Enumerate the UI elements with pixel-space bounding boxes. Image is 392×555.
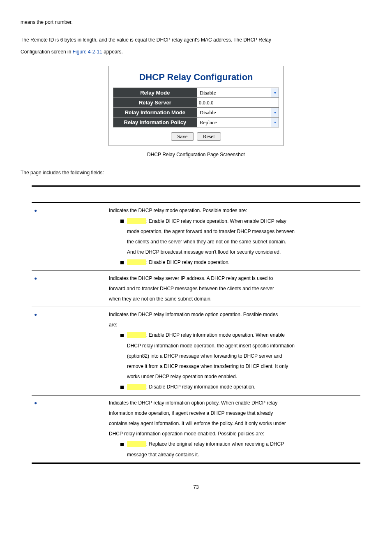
- highlight: [127, 441, 146, 447]
- save-button[interactable]: Save: [171, 132, 194, 141]
- desc-text: DHCP relay information mode operation, t…: [109, 341, 358, 351]
- square-bullet-icon: [120, 443, 124, 446]
- desc-relay-mode: Indicates the DHCP relay mode operation.…: [106, 203, 360, 271]
- relay-mode-value: Disable: [197, 88, 271, 97]
- highlight: [127, 259, 146, 265]
- desc-text: Indicates the DHCP relay server IP addre…: [109, 275, 273, 281]
- chevron-down-icon: ▾: [271, 118, 279, 127]
- highlight: [127, 218, 146, 224]
- panel-title: DHCP Relay Configuration: [113, 72, 279, 83]
- desc-relay-info-mode: Indicates the DHCP relay information mod…: [106, 307, 360, 395]
- reset-button[interactable]: Reset: [197, 132, 221, 141]
- bullet-icon: ●: [34, 275, 40, 281]
- desc-text: Indicates the DHCP relay information mod…: [109, 312, 278, 317]
- relay-mode-select[interactable]: Disable ▾: [197, 88, 279, 97]
- desc-text: Indicates the DHCP relay information opt…: [109, 400, 277, 406]
- relay-info-policy-label: Relay Information Policy: [113, 118, 197, 127]
- relay-server-input[interactable]: [197, 98, 279, 107]
- figure-caption: DHCP Relay Configuration Page Screenshot: [21, 152, 371, 157]
- chevron-down-icon: ▾: [271, 108, 279, 117]
- desc-relay-info-policy: Indicates the DHCP relay information opt…: [106, 395, 360, 463]
- page-number: 73: [21, 484, 371, 490]
- desc-text: message that already contains it.: [109, 450, 358, 460]
- desc-text: : Disable DHCP relay information mode op…: [146, 384, 256, 390]
- desc-text: the clients and the server when they are…: [109, 237, 358, 247]
- desc-text: DHCP relay information operation mode en…: [109, 431, 264, 437]
- desc-text: : Enable DHCP relay mode operation. When…: [146, 218, 286, 224]
- desc-text: (option82) into a DHCP message when forw…: [109, 351, 358, 361]
- desc-text: are:: [109, 322, 118, 328]
- desc-text: works under DHCP relay operation mode en…: [109, 372, 358, 382]
- desc-text: information mode operation, if agent rec…: [109, 410, 273, 416]
- text-line2b-suffix: appears.: [102, 49, 123, 55]
- description-table: ● Indicates the DHCP relay mode operatio…: [32, 185, 360, 463]
- desc-text: Indicates the DHCP relay mode operation.…: [109, 208, 247, 213]
- bullet-icon: ●: [34, 400, 40, 406]
- square-bullet-icon: [120, 261, 124, 264]
- highlight: [127, 384, 146, 390]
- figure-link[interactable]: Figure 4-2-11: [73, 49, 102, 55]
- relay-info-mode-label: Relay Information Mode: [113, 108, 197, 118]
- config-table: Relay Mode Disable ▾ Relay Server Relay …: [113, 88, 279, 127]
- desc-text: : Enable DHCP relay information mode ope…: [146, 332, 285, 338]
- relay-mode-label: Relay Mode: [113, 88, 197, 98]
- fields-intro: The page includes the following fields:: [21, 170, 371, 176]
- desc-text: contains relay agent information. It wil…: [109, 421, 286, 426]
- desc-text: forward and to transfer DHCP messages be…: [109, 286, 274, 291]
- relay-info-policy-select[interactable]: Replace ▾: [197, 118, 279, 127]
- desc-text: : Replace the original relay information…: [146, 441, 284, 447]
- relay-info-mode-select[interactable]: Disable ▾: [197, 108, 279, 117]
- desc-text: when they are not on the same subnet dom…: [109, 296, 212, 302]
- relay-info-mode-value: Disable: [197, 108, 271, 117]
- square-bullet-icon: [120, 220, 124, 223]
- desc-text: And the DHCP broadcast message won't flo…: [109, 247, 358, 257]
- desc-relay-server: Indicates the DHCP relay server IP addre…: [106, 271, 360, 307]
- text-remote-id: The Remote ID is 6 bytes in length, and …: [21, 34, 371, 58]
- dhcp-relay-panel: DHCP Relay Configuration Relay Mode Disa…: [108, 66, 284, 146]
- square-bullet-icon: [120, 386, 124, 389]
- bullet-icon: ●: [34, 312, 40, 317]
- text-line2b-prefix: Configuration screen in: [21, 49, 73, 55]
- highlight: [127, 332, 146, 338]
- bullet-icon: ●: [34, 208, 40, 213]
- square-bullet-icon: [120, 334, 124, 337]
- desc-text: mode operation, the agent forward and to…: [109, 227, 358, 237]
- desc-text: : Disable DHCP relay mode operation.: [146, 259, 230, 265]
- relay-server-label: Relay Server: [113, 98, 197, 108]
- relay-info-policy-value: Replace: [197, 118, 271, 127]
- text-port-number: means the port number.: [21, 16, 371, 28]
- desc-text: remove it from a DHCP message when trans…: [109, 361, 358, 372]
- text-line2a: The Remote ID is 6 bytes in length, and …: [21, 37, 271, 43]
- chevron-down-icon: ▾: [271, 88, 279, 97]
